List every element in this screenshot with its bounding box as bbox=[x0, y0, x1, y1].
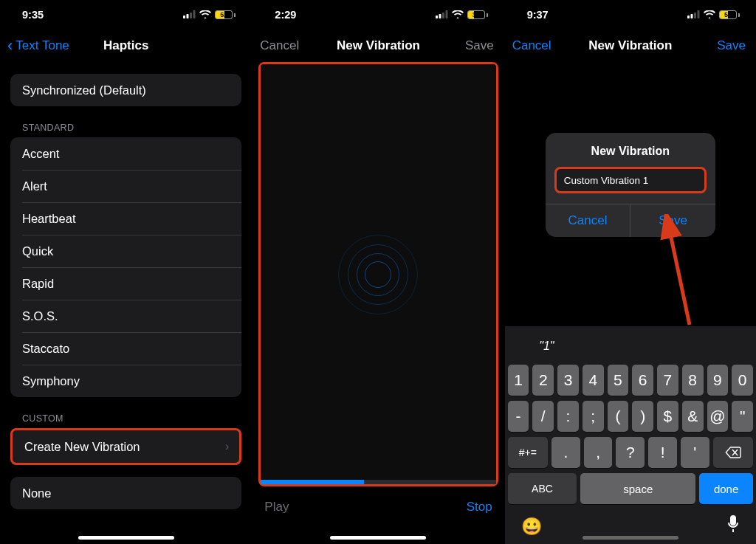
haptics-option-cell[interactable]: Accent bbox=[10, 137, 241, 170]
chevron-right-icon: › bbox=[225, 440, 229, 453]
keyboard-key[interactable]: @ bbox=[707, 401, 729, 432]
custom-header: CUSTOM bbox=[10, 409, 241, 428]
keyboard-key[interactable]: - bbox=[508, 401, 529, 432]
cancel-button[interactable]: Cancel bbox=[260, 38, 299, 53]
vibration-progress-fill bbox=[261, 480, 364, 484]
vibration-record-area-highlight bbox=[258, 62, 498, 486]
keyboard-key[interactable]: ! bbox=[648, 437, 677, 468]
cell-label: Quick bbox=[22, 244, 53, 258]
back-label: Text Tone bbox=[16, 38, 69, 53]
keyboard-key[interactable]: 1 bbox=[508, 365, 529, 396]
cell-label: Accent bbox=[22, 147, 59, 161]
alert-cancel-button[interactable]: Cancel bbox=[546, 204, 630, 237]
none-cell[interactable]: None bbox=[10, 477, 241, 509]
status-time: 9:35 bbox=[22, 9, 44, 21]
haptics-option-cell[interactable]: Heartbeat bbox=[10, 202, 241, 235]
svg-rect-0 bbox=[183, 16, 185, 18]
screen-new-vibration-save: 9:37 51 Cancel New Vibration Save New Vi… bbox=[504, 0, 756, 544]
mic-icon[interactable] bbox=[726, 515, 740, 537]
cell-label: Symphony bbox=[22, 374, 80, 388]
haptics-option-cell[interactable]: Alert bbox=[10, 170, 241, 202]
keyboard-shift-symbols-key[interactable]: #+= bbox=[508, 437, 548, 468]
keyboard-key[interactable]: $ bbox=[657, 401, 678, 432]
keyboard-key[interactable]: ? bbox=[616, 437, 645, 468]
back-button[interactable]: ‹ Text Tone bbox=[7, 38, 69, 54]
signal-icon bbox=[436, 9, 448, 21]
svg-rect-4 bbox=[436, 16, 438, 18]
alert-title: New Vibration bbox=[546, 133, 715, 167]
haptics-option-cell[interactable]: Staccato bbox=[10, 332, 241, 365]
keyboard-key[interactable]: , bbox=[584, 437, 613, 468]
cell-label: Create New Vibration bbox=[24, 440, 140, 454]
home-indicator[interactable] bbox=[583, 536, 678, 540]
keyboard-key[interactable]: 3 bbox=[557, 365, 579, 396]
home-indicator[interactable] bbox=[330, 536, 426, 540]
page-title: New Vibration bbox=[337, 38, 420, 53]
create-new-vibration-cell[interactable]: Create New Vibration › bbox=[13, 430, 239, 463]
keyboard-key[interactable]: 7 bbox=[657, 365, 678, 396]
keyboard-key[interactable]: 4 bbox=[583, 365, 604, 396]
prediction-bar: "1" bbox=[505, 331, 756, 362]
keyboard-key[interactable]: ) bbox=[632, 401, 653, 432]
cell-label: Alert bbox=[22, 179, 47, 193]
play-button[interactable]: Play bbox=[264, 500, 289, 514]
page-title: Haptics bbox=[103, 38, 148, 53]
svg-rect-2 bbox=[190, 13, 192, 18]
home-indicator[interactable] bbox=[78, 536, 174, 540]
cell-label: S.O.S. bbox=[22, 309, 58, 323]
vibration-ripple-icon bbox=[334, 230, 422, 319]
battery-icon: 52 bbox=[215, 10, 236, 19]
alert-save-button[interactable]: Save bbox=[630, 204, 715, 237]
status-bar: 2:29 39 bbox=[252, 0, 504, 30]
haptics-option-cell[interactable]: Quick bbox=[10, 235, 241, 267]
keyboard-key[interactable]: 2 bbox=[532, 365, 554, 396]
save-button[interactable]: Save bbox=[465, 38, 494, 53]
keyboard-backspace-key[interactable] bbox=[713, 437, 753, 468]
haptics-option-cell[interactable]: S.O.S. bbox=[10, 300, 241, 332]
wifi-icon bbox=[199, 9, 211, 21]
status-bar: 9:35 52 bbox=[0, 0, 252, 30]
emoji-icon[interactable]: 😀 bbox=[521, 517, 543, 537]
vibration-name-input[interactable] bbox=[557, 169, 704, 191]
haptics-option-cell[interactable]: Symphony bbox=[10, 365, 241, 397]
svg-rect-6 bbox=[442, 13, 444, 18]
haptics-option-cell[interactable]: Rapid bbox=[10, 267, 241, 300]
keyboard-key[interactable]: 0 bbox=[732, 365, 753, 396]
haptics-default-cell[interactable]: Synchronized (Default) bbox=[10, 74, 241, 106]
svg-rect-7 bbox=[445, 10, 447, 18]
wifi-icon bbox=[452, 9, 464, 21]
keyboard-key[interactable]: 5 bbox=[608, 365, 629, 396]
keyboard-key[interactable]: : bbox=[557, 401, 579, 432]
standard-header: STANDARD bbox=[10, 118, 241, 137]
keyboard-abc-key[interactable]: ABC bbox=[508, 473, 577, 504]
vibration-tap-canvas[interactable] bbox=[261, 64, 495, 484]
status-time: 2:29 bbox=[275, 9, 296, 21]
keyboard-space-key[interactable]: space bbox=[580, 473, 695, 504]
cell-label: Staccato bbox=[22, 342, 69, 356]
prediction-suggestion[interactable]: "1" bbox=[505, 340, 588, 353]
screen-haptics: 9:35 52 ‹ Text Tone Haptics Synchronized… bbox=[0, 0, 252, 544]
cell-label: Synchronized (Default) bbox=[22, 83, 146, 97]
svg-rect-13 bbox=[730, 515, 736, 526]
save-vibration-alert: New Vibration Cancel Save bbox=[546, 133, 715, 237]
keyboard-key[interactable]: ' bbox=[681, 437, 709, 468]
nav-bar: ‹ Text Tone Haptics bbox=[0, 30, 252, 62]
stop-button[interactable]: Stop bbox=[467, 500, 492, 514]
battery-icon: 39 bbox=[467, 10, 488, 19]
keyboard-key[interactable]: / bbox=[532, 401, 554, 432]
keyboard-key[interactable]: & bbox=[682, 401, 704, 432]
keyboard-key[interactable]: " bbox=[732, 401, 753, 432]
cell-label: None bbox=[22, 486, 51, 500]
keyboard-key[interactable]: ( bbox=[608, 401, 629, 432]
keyboard-key[interactable]: 8 bbox=[682, 365, 704, 396]
cell-label: Rapid bbox=[22, 277, 54, 291]
keyboard-key[interactable]: . bbox=[551, 437, 580, 468]
signal-icon bbox=[183, 9, 196, 21]
keyboard-key[interactable]: ; bbox=[583, 401, 604, 432]
svg-rect-5 bbox=[439, 14, 441, 18]
keyboard-done-key[interactable]: done bbox=[699, 473, 753, 504]
svg-rect-3 bbox=[193, 10, 196, 18]
keyboard-key[interactable]: 9 bbox=[707, 365, 729, 396]
cell-label: Heartbeat bbox=[22, 212, 75, 226]
keyboard-key[interactable]: 6 bbox=[632, 365, 653, 396]
